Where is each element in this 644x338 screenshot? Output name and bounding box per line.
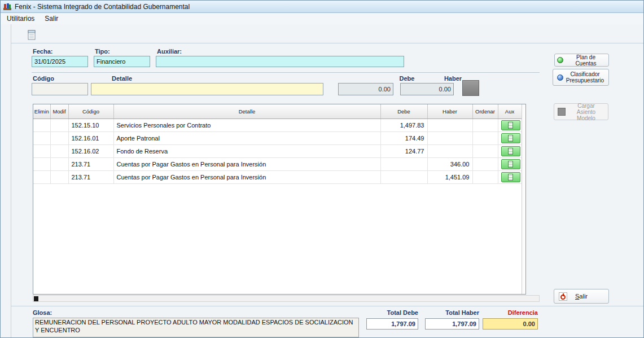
clasificador-presupuestario-button[interactable]: Clasificador Presupuestario [553, 69, 609, 86]
cell-codigo: 213.71 [68, 170, 113, 183]
cell-debe [380, 157, 427, 170]
col-modif: Modif [50, 104, 68, 118]
auxiliar-label: Auxiliar: [157, 48, 182, 55]
haber-display [400, 83, 454, 95]
document-icon [508, 148, 513, 155]
plan-de-cuentas-label: Plan de Cuentas [566, 54, 606, 67]
debe-display [338, 83, 393, 95]
cell-debe [380, 170, 427, 183]
total-debe-label: Total Debe [366, 309, 418, 316]
total-haber-value [425, 318, 479, 330]
detalle-label: Detalle [112, 75, 132, 82]
cell-debe: 1,497.83 [380, 118, 427, 131]
grid-row[interactable]: 152.15.10 Servicios Personales por Contr… [33, 118, 522, 131]
salir-button[interactable]: Salir [554, 289, 609, 304]
horizontal-scrollbar[interactable] [33, 295, 540, 302]
grid-header-row: Elimin Modif Código Detalle Debe Haber O… [33, 104, 522, 118]
application-window: Fenix - Sistema Integrado de Contabilida… [0, 0, 644, 338]
auxiliar-input[interactable] [156, 56, 404, 67]
cell-debe: 124.77 [380, 144, 427, 157]
cell-detalle: Servicios Personales por Contrato [113, 118, 380, 131]
grid-row[interactable]: 213.71 Cuentas por Pagar Gastos en Perso… [33, 157, 522, 170]
cell-detalle: Cuentas por Pagar Gastos en Personal par… [113, 157, 380, 170]
entries-grid: Elimin Modif Código Detalle Debe Haber O… [33, 104, 526, 295]
cell-codigo: 152.16.01 [68, 131, 113, 144]
cell-debe: 174.49 [380, 131, 427, 144]
new-document-icon [28, 30, 36, 40]
left-panel-divider [11, 24, 11, 338]
aux-button[interactable] [501, 159, 520, 169]
cargar-asiento-modelo-button: Cargar Asiento Modelo [554, 103, 608, 120]
total-haber-label: Total Haber [425, 309, 479, 316]
aux-button[interactable] [501, 172, 520, 182]
col-aux: Aux [498, 104, 522, 118]
cargar-asiento-label: Cargar Asiento Modelo [568, 103, 605, 121]
app-icon [3, 2, 12, 11]
aux-button[interactable] [501, 120, 520, 130]
fecha-label: Fecha: [33, 48, 52, 55]
new-document-button[interactable] [24, 28, 39, 42]
menu-bar: Utilitarios Salir [1, 13, 644, 24]
fecha-input[interactable] [32, 56, 88, 67]
plan-de-cuentas-button[interactable]: Plan de Cuentas [554, 54, 609, 67]
debe-label: Debe [384, 75, 430, 82]
power-icon [559, 292, 567, 301]
scrollbar-thumb[interactable] [34, 296, 38, 301]
diferencia-label: Diferencia [483, 309, 538, 316]
blue-sphere-icon [557, 74, 563, 81]
diferencia-value [483, 318, 538, 330]
document-icon [508, 122, 513, 129]
salir-label: Salir [575, 293, 588, 300]
tipo-label: Tipo: [95, 48, 110, 55]
cell-detalle: Cuentas por Pagar Gastos en Personal par… [113, 170, 380, 183]
toolbar-divider [11, 43, 644, 43]
footer-divider [11, 306, 644, 306]
cell-detalle: Fondo de Reserva [113, 144, 380, 157]
gray-square-icon [558, 108, 566, 116]
window-title: Fenix - Sistema Integrado de Contabilida… [15, 3, 190, 11]
clasificador-label: Clasificador Presupuestario [566, 71, 605, 84]
codigo-input[interactable] [32, 83, 88, 95]
cell-haber: 346.00 [427, 157, 472, 170]
menu-salir[interactable]: Salir [40, 13, 63, 24]
codigo-label: Código [33, 75, 54, 82]
cell-codigo: 152.16.02 [68, 144, 113, 157]
detalle-input[interactable] [91, 83, 323, 95]
col-codigo: Código [68, 104, 113, 118]
col-elimin: Elimin [33, 104, 50, 118]
add-entry-button[interactable] [462, 80, 479, 96]
grid-row[interactable]: 152.16.01 Aporte Patronal 174.49 [33, 131, 522, 144]
cell-haber [427, 118, 472, 131]
tipo-input[interactable] [94, 56, 150, 67]
glosa-input[interactable]: REMUNERACION DEL PERSONAL PROYECTO ADULT… [33, 318, 359, 337]
col-detalle: Detalle [113, 104, 380, 118]
col-ordenar: Ordenar [472, 104, 498, 118]
aux-button[interactable] [501, 146, 520, 156]
document-icon [508, 135, 513, 142]
total-debe-value [366, 318, 418, 330]
cell-codigo: 213.71 [68, 157, 113, 170]
grid-row[interactable]: 213.71 Cuentas por Pagar Gastos en Perso… [33, 170, 522, 183]
cell-codigo: 152.15.10 [68, 118, 113, 131]
cell-detalle: Aporte Patronal [113, 131, 380, 144]
cell-haber: 1,451.09 [427, 170, 472, 183]
menu-utilitarios[interactable]: Utilitarios [2, 13, 40, 24]
green-sphere-icon [557, 57, 563, 63]
form-divider [32, 72, 540, 73]
entries-table: Elimin Modif Código Detalle Debe Haber O… [33, 104, 522, 184]
title-bar: Fenix - Sistema Integrado de Contabilida… [1, 1, 644, 13]
glosa-label: Glosa: [33, 309, 52, 316]
vertical-scrollbar[interactable] [522, 104, 525, 294]
cell-haber [427, 144, 472, 157]
col-debe: Debe [380, 104, 427, 118]
document-icon [508, 161, 513, 168]
cell-haber [427, 131, 472, 144]
grid-row[interactable]: 152.16.02 Fondo de Reserva 124.77 [33, 144, 522, 157]
aux-button[interactable] [501, 133, 520, 143]
document-icon [508, 174, 513, 181]
col-haber: Haber [427, 104, 472, 118]
